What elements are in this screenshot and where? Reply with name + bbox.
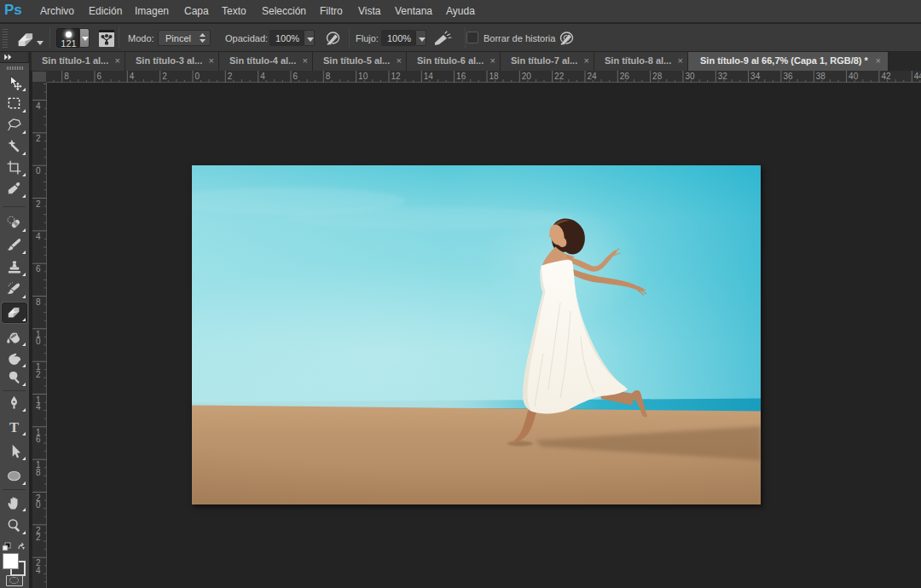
svg-text:4: 4 [260,72,265,81]
svg-text:34: 34 [750,72,761,81]
svg-text:6: 6 [97,72,102,81]
svg-text:28: 28 [652,72,663,81]
svg-text:0: 0 [195,72,200,81]
svg-text:12: 12 [391,72,402,81]
svg-text:42: 42 [881,72,891,81]
svg-text:2: 2 [36,199,41,209]
svg-text:6: 6 [36,435,41,444]
svg-text:20: 20 [522,72,532,81]
svg-text:4: 4 [36,566,41,575]
svg-text:16: 16 [456,72,466,81]
svg-text:40: 40 [849,72,859,81]
svg-text:2: 2 [228,72,233,81]
svg-text:38: 38 [816,72,826,81]
svg-text:18: 18 [489,72,500,81]
svg-text:10: 10 [358,72,368,81]
svg-text:22: 22 [554,72,565,81]
svg-text:26: 26 [620,72,630,81]
svg-text:44: 44 [914,72,921,81]
svg-text:32: 32 [718,72,728,81]
svg-text:8: 8 [326,72,331,81]
svg-text:6: 6 [293,72,298,81]
svg-text:14: 14 [424,72,434,81]
svg-text:2: 2 [36,134,41,143]
svg-text:4: 4 [36,402,41,412]
svg-text:2: 2 [36,533,41,542]
svg-text:4: 4 [36,232,41,241]
svg-text:8: 8 [36,297,41,307]
svg-text:8: 8 [64,72,69,81]
svg-text:T: T [9,419,19,435]
svg-text:0: 0 [36,500,41,510]
svg-text:4: 4 [130,72,135,81]
svg-text:24: 24 [588,72,598,81]
svg-text:2: 2 [36,370,41,379]
svg-text:30: 30 [685,72,695,81]
svg-text:2: 2 [162,72,167,81]
svg-text:36: 36 [783,72,793,81]
svg-text:0: 0 [36,337,41,346]
svg-text:0: 0 [36,166,41,176]
svg-text:8: 8 [36,468,41,477]
svg-text:6: 6 [36,264,41,274]
svg-text:4: 4 [36,101,41,111]
